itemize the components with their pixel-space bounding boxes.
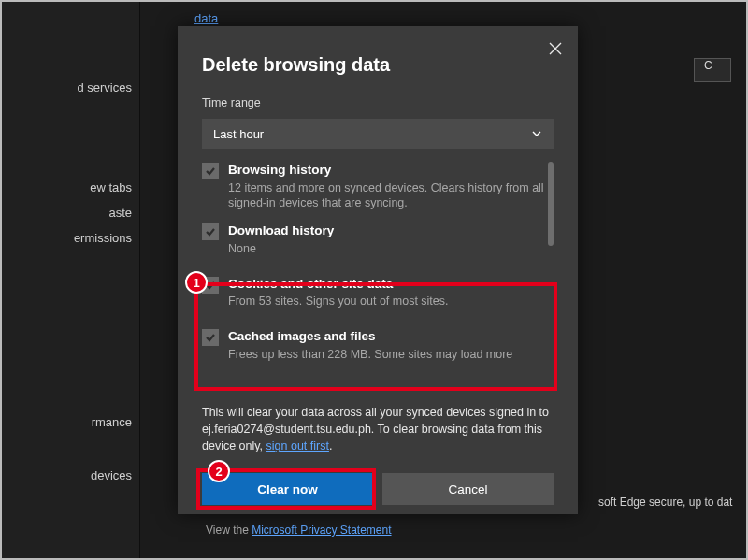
data-link[interactable]: data	[194, 11, 218, 25]
checkbox-browsing-history[interactable]	[202, 163, 219, 179]
sidebar-item[interactable]: ermissions	[0, 225, 139, 251]
checkbox-download-history[interactable]	[202, 223, 219, 240]
annotation-badge-1: 1	[185, 271, 208, 294]
security-description: soft Edge secure, up to dat	[598, 495, 732, 509]
sidebar-item[interactable]: devices	[0, 463, 139, 488]
checkbox-cached-images[interactable]	[202, 329, 219, 346]
privacy-statement-link[interactable]: Microsoft Privacy Statement	[252, 524, 391, 537]
option-description: Frees up less than 228 MB. Some sites ma…	[228, 347, 512, 363]
options-scroll-area: Browsing history 12 items and more on sy…	[202, 162, 554, 391]
choose-button[interactable]: C	[694, 58, 731, 82]
annotation-badge-2: 2	[208, 460, 230, 482]
settings-sidebar: d services ew tabs aste ermissions rmanc…	[0, 0, 140, 560]
privacy-statement-line: View the Microsoft Privacy Statement	[206, 524, 392, 537]
delete-browsing-data-dialog: Delete browsing data Time range Last hou…	[178, 26, 578, 514]
close-icon[interactable]	[542, 36, 568, 62]
note-suffix: .	[329, 439, 332, 452]
option-download-history: Download history None	[202, 223, 554, 256]
clear-now-button[interactable]: Clear now	[202, 473, 373, 505]
option-browsing-history: Browsing history 12 items and more on sy…	[202, 162, 554, 211]
sidebar-item[interactable]: d services	[0, 75, 139, 100]
sign-out-link[interactable]: sign out first	[266, 439, 329, 452]
scrollbar-thumb[interactable]	[548, 162, 554, 246]
option-title: Download history	[228, 223, 334, 239]
option-cached-images: Cached images and files Frees up less th…	[202, 328, 554, 362]
sync-warning-note: This will clear your data across all you…	[202, 404, 554, 454]
time-range-select[interactable]: Last hour	[202, 119, 554, 149]
dialog-title: Delete browsing data	[178, 26, 578, 79]
privacy-prefix: View the	[206, 524, 252, 537]
chevron-down-icon	[531, 128, 542, 139]
option-title: Cached images and files	[228, 328, 512, 345]
sidebar-item[interactable]: rmance	[0, 409, 139, 435]
time-range-label: Time range	[178, 79, 578, 115]
sidebar-item[interactable]: ew tabs	[0, 175, 139, 200]
time-range-value: Last hour	[213, 127, 264, 141]
option-description: From 53 sites. Signs you out of most sit…	[228, 294, 449, 309]
option-description: 12 items and more on synced devices. Cle…	[228, 180, 554, 212]
note-text: This will clear your data across all you…	[202, 406, 549, 452]
cancel-button[interactable]: Cancel	[382, 473, 554, 505]
sidebar-item[interactable]: aste	[0, 200, 139, 225]
option-description: None	[228, 241, 334, 257]
option-cookies: Cookies and other site data From 53 site…	[202, 276, 554, 309]
option-title: Cookies and other site data	[228, 276, 449, 293]
option-title: Browsing history	[228, 162, 554, 179]
